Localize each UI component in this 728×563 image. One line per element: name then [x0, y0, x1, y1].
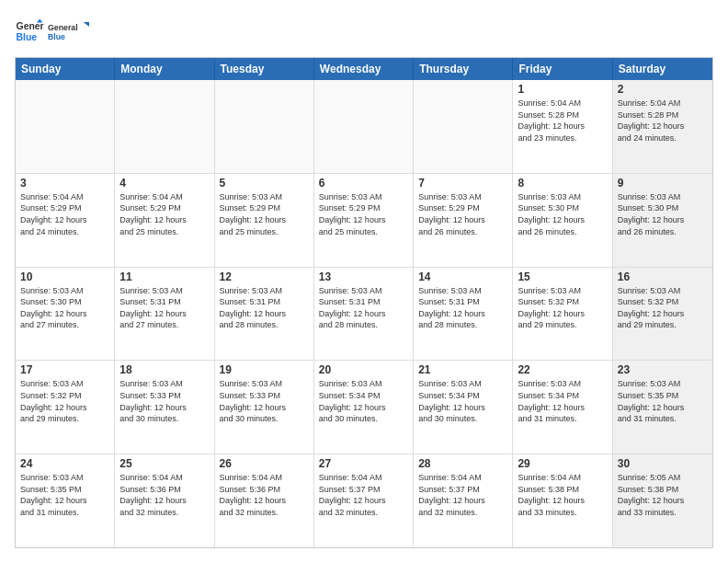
day-info: Sunrise: 5:04 AM Sunset: 5:37 PM Dayligh…: [319, 472, 408, 518]
day-info: Sunrise: 5:03 AM Sunset: 5:35 PM Dayligh…: [618, 378, 708, 424]
logo-svg: General Blue: [48, 15, 94, 48]
calendar: SundayMondayTuesdayWednesdayThursdayFrid…: [15, 57, 713, 548]
calendar-day-10: 10Sunrise: 5:03 AM Sunset: 5:30 PM Dayli…: [16, 268, 115, 361]
day-info: Sunrise: 5:05 AM Sunset: 5:38 PM Dayligh…: [618, 472, 708, 518]
day-info: Sunrise: 5:03 AM Sunset: 5:30 PM Dayligh…: [20, 285, 109, 331]
calendar-day-25: 25Sunrise: 5:04 AM Sunset: 5:36 PM Dayli…: [115, 454, 214, 547]
weekday-header-wednesday: Wednesday: [314, 58, 414, 80]
day-info: Sunrise: 5:03 AM Sunset: 5:35 PM Dayligh…: [20, 472, 109, 518]
day-number: 11: [119, 270, 209, 283]
day-info: Sunrise: 5:03 AM Sunset: 5:32 PM Dayligh…: [518, 285, 607, 331]
weekday-header-saturday: Saturday: [613, 58, 712, 80]
weekday-header-sunday: Sunday: [16, 58, 115, 80]
calendar-day-1: 1Sunrise: 5:04 AM Sunset: 5:28 PM Daylig…: [513, 80, 612, 173]
day-number: 9: [618, 177, 708, 190]
svg-marker-5: [84, 22, 89, 27]
calendar-day-30: 30Sunrise: 5:05 AM Sunset: 5:38 PM Dayli…: [613, 454, 712, 547]
day-info: Sunrise: 5:04 AM Sunset: 5:28 PM Dayligh…: [618, 98, 708, 144]
day-info: Sunrise: 5:03 AM Sunset: 5:29 PM Dayligh…: [220, 191, 309, 237]
svg-text:General: General: [17, 21, 44, 31]
day-number: 30: [618, 457, 708, 470]
calendar-day-21: 21Sunrise: 5:03 AM Sunset: 5:34 PM Dayli…: [414, 361, 513, 454]
day-info: Sunrise: 5:04 AM Sunset: 5:37 PM Dayligh…: [418, 472, 507, 518]
calendar-day-12: 12Sunrise: 5:03 AM Sunset: 5:31 PM Dayli…: [215, 268, 314, 361]
day-info: Sunrise: 5:03 AM Sunset: 5:31 PM Dayligh…: [319, 285, 408, 331]
day-info: Sunrise: 5:03 AM Sunset: 5:34 PM Dayligh…: [319, 378, 408, 424]
logo: General Blue General Blue: [15, 15, 94, 48]
day-number: 4: [119, 177, 209, 190]
calendar-day-20: 20Sunrise: 5:03 AM Sunset: 5:34 PM Dayli…: [314, 361, 414, 454]
day-number: 3: [20, 177, 109, 190]
day-info: Sunrise: 5:03 AM Sunset: 5:30 PM Dayligh…: [618, 191, 708, 237]
day-info: Sunrise: 5:04 AM Sunset: 5:38 PM Dayligh…: [518, 472, 607, 518]
day-info: Sunrise: 5:03 AM Sunset: 5:34 PM Dayligh…: [418, 378, 507, 424]
day-number: 26: [220, 457, 309, 470]
day-number: 2: [618, 83, 708, 96]
calendar-day-28: 28Sunrise: 5:04 AM Sunset: 5:37 PM Dayli…: [414, 454, 513, 547]
day-number: 10: [20, 270, 109, 283]
calendar-day-13: 13Sunrise: 5:03 AM Sunset: 5:31 PM Dayli…: [314, 268, 414, 361]
calendar-day-22: 22Sunrise: 5:03 AM Sunset: 5:34 PM Dayli…: [513, 361, 612, 454]
day-number: 5: [220, 177, 309, 190]
day-info: Sunrise: 5:03 AM Sunset: 5:33 PM Dayligh…: [119, 378, 209, 424]
day-number: 13: [319, 270, 408, 283]
calendar-day-27: 27Sunrise: 5:04 AM Sunset: 5:37 PM Dayli…: [314, 454, 414, 547]
calendar-cell-empty: [215, 80, 314, 173]
day-number: 6: [319, 177, 408, 190]
calendar-cell-empty: [414, 80, 513, 173]
day-info: Sunrise: 5:04 AM Sunset: 5:36 PM Dayligh…: [220, 472, 309, 518]
weekday-header-tuesday: Tuesday: [215, 58, 314, 80]
svg-text:Blue: Blue: [17, 32, 38, 42]
day-number: 23: [618, 363, 708, 376]
calendar-cell-empty: [115, 80, 214, 173]
logo-icon: General Blue: [15, 17, 44, 46]
calendar-header: SundayMondayTuesdayWednesdayThursdayFrid…: [16, 58, 712, 80]
calendar-day-24: 24Sunrise: 5:03 AM Sunset: 5:35 PM Dayli…: [16, 454, 115, 547]
day-info: Sunrise: 5:03 AM Sunset: 5:32 PM Dayligh…: [20, 378, 109, 424]
day-number: 15: [518, 270, 607, 283]
calendar-day-26: 26Sunrise: 5:04 AM Sunset: 5:36 PM Dayli…: [215, 454, 314, 547]
calendar-row-3: 10Sunrise: 5:03 AM Sunset: 5:30 PM Dayli…: [16, 268, 712, 362]
day-number: 7: [418, 177, 507, 190]
calendar-day-7: 7Sunrise: 5:03 AM Sunset: 5:29 PM Daylig…: [414, 174, 513, 267]
calendar-row-2: 3Sunrise: 5:04 AM Sunset: 5:29 PM Daylig…: [16, 174, 712, 268]
day-number: 1: [518, 83, 607, 96]
page-header: General Blue General Blue: [15, 15, 713, 48]
calendar-day-23: 23Sunrise: 5:03 AM Sunset: 5:35 PM Dayli…: [613, 361, 712, 454]
day-number: 21: [418, 363, 507, 376]
day-info: Sunrise: 5:04 AM Sunset: 5:28 PM Dayligh…: [518, 98, 607, 144]
weekday-header-thursday: Thursday: [414, 58, 513, 80]
calendar-day-17: 17Sunrise: 5:03 AM Sunset: 5:32 PM Dayli…: [16, 361, 115, 454]
day-number: 29: [518, 457, 607, 470]
day-info: Sunrise: 5:04 AM Sunset: 5:29 PM Dayligh…: [119, 191, 209, 237]
calendar-cell-empty: [16, 80, 115, 173]
day-number: 16: [618, 270, 708, 283]
calendar-day-8: 8Sunrise: 5:03 AM Sunset: 5:30 PM Daylig…: [513, 174, 612, 267]
svg-text:Blue: Blue: [48, 32, 65, 41]
calendar-day-15: 15Sunrise: 5:03 AM Sunset: 5:32 PM Dayli…: [513, 268, 612, 361]
day-info: Sunrise: 5:03 AM Sunset: 5:31 PM Dayligh…: [418, 285, 507, 331]
day-number: 24: [20, 457, 109, 470]
day-info: Sunrise: 5:03 AM Sunset: 5:31 PM Dayligh…: [220, 285, 309, 331]
weekday-header-friday: Friday: [513, 58, 612, 80]
calendar-day-14: 14Sunrise: 5:03 AM Sunset: 5:31 PM Dayli…: [414, 268, 513, 361]
day-number: 17: [20, 363, 109, 376]
svg-text:General: General: [48, 23, 78, 32]
calendar-body: 1Sunrise: 5:04 AM Sunset: 5:28 PM Daylig…: [16, 80, 712, 547]
weekday-header-monday: Monday: [115, 58, 214, 80]
calendar-day-5: 5Sunrise: 5:03 AM Sunset: 5:29 PM Daylig…: [215, 174, 314, 267]
day-number: 28: [418, 457, 507, 470]
day-number: 25: [119, 457, 209, 470]
day-info: Sunrise: 5:03 AM Sunset: 5:34 PM Dayligh…: [518, 378, 607, 424]
day-number: 20: [319, 363, 408, 376]
day-number: 22: [518, 363, 607, 376]
calendar-day-6: 6Sunrise: 5:03 AM Sunset: 5:29 PM Daylig…: [314, 174, 414, 267]
day-info: Sunrise: 5:04 AM Sunset: 5:36 PM Dayligh…: [119, 472, 209, 518]
day-info: Sunrise: 5:03 AM Sunset: 5:30 PM Dayligh…: [518, 191, 607, 237]
calendar-row-4: 17Sunrise: 5:03 AM Sunset: 5:32 PM Dayli…: [16, 361, 712, 454]
day-number: 12: [220, 270, 309, 283]
day-info: Sunrise: 5:03 AM Sunset: 5:29 PM Dayligh…: [319, 191, 408, 237]
day-number: 19: [220, 363, 309, 376]
calendar-row-5: 24Sunrise: 5:03 AM Sunset: 5:35 PM Dayli…: [16, 454, 712, 547]
calendar-day-2: 2Sunrise: 5:04 AM Sunset: 5:28 PM Daylig…: [613, 80, 712, 173]
